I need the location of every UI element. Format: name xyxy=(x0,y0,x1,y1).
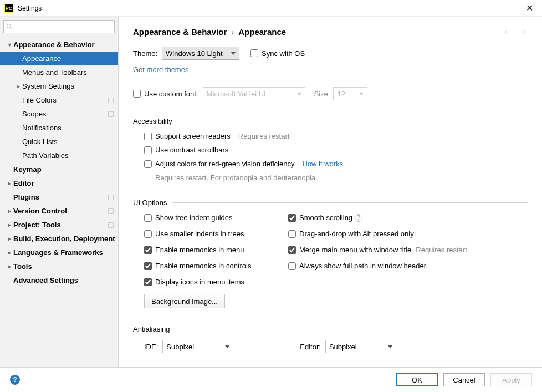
sidebar-item[interactable]: Appearance xyxy=(0,52,118,65)
svg-line-1 xyxy=(11,28,12,29)
breadcrumb: Appearance & Behavior › Appearance ← → xyxy=(133,27,528,37)
sidebar-item-label: Menus and Toolbars xyxy=(22,68,118,77)
sidebar: ▾Appearance & BehaviorAppearanceMenus an… xyxy=(0,17,119,367)
chevron-icon: ▾ xyxy=(6,42,13,48)
display-icons-checkbox[interactable]: Display icons in menu items xyxy=(144,278,244,286)
antialiasing-heading: Antialiasing xyxy=(133,325,170,333)
footer: ? OK Cancel Apply xyxy=(0,367,542,392)
sidebar-item[interactable]: Plugins xyxy=(0,190,118,204)
search-field[interactable] xyxy=(15,23,112,30)
chevron-icon: ▸ xyxy=(6,180,13,186)
mnemonics-menu-checkbox[interactable]: Enable mnemonics in menu xyxy=(144,246,244,254)
chevron-icon: ▸ xyxy=(6,236,13,242)
smooth-scroll-checkbox[interactable]: Smooth scrolling xyxy=(288,213,352,222)
sidebar-item-label: Languages & Frameworks xyxy=(13,248,118,257)
apply-button[interactable]: Apply xyxy=(490,373,532,386)
sidebar-item-label: Quick Lists xyxy=(22,138,118,146)
sidebar-item[interactable]: Scopes xyxy=(0,107,118,121)
merge-menu-checkbox[interactable]: Merge main menu with window title xyxy=(288,246,411,254)
sidebar-item[interactable]: ▸Tools xyxy=(0,259,118,273)
font-size-label: Size: xyxy=(314,90,330,98)
sidebar-item-label: Appearance & Behavior xyxy=(13,40,118,49)
project-badge-icon xyxy=(108,98,114,103)
sidebar-item-label: System Settings xyxy=(22,82,118,90)
sidebar-item-label: Appearance xyxy=(22,54,118,63)
titlebar: PC Settings ✕ xyxy=(0,0,542,17)
ok-button[interactable]: OK xyxy=(396,373,438,386)
search-icon xyxy=(6,23,13,30)
sidebar-item-label: Project: Tools xyxy=(13,221,108,229)
sidebar-item[interactable]: Quick Lists xyxy=(0,135,118,149)
sidebar-item[interactable]: ▸System Settings xyxy=(0,79,118,93)
breadcrumb-root: Appearance & Behavior xyxy=(133,27,227,37)
theme-select[interactable]: Windows 10 Light xyxy=(162,47,239,60)
screen-readers-checkbox[interactable]: Support screen readers xyxy=(144,132,231,140)
sidebar-item-label: Build, Execution, Deployment xyxy=(13,235,118,243)
help-icon[interactable]: ? xyxy=(355,214,362,222)
sidebar-item-label: Keymap xyxy=(13,165,118,174)
mnemonics-controls-checkbox[interactable]: Enable mnemonics in controls xyxy=(144,262,251,270)
sidebar-item[interactable]: ▸Editor xyxy=(0,176,118,190)
colorblind-checkbox[interactable]: Adjust colors for red-green vision defic… xyxy=(144,160,294,168)
sidebar-item[interactable]: Advanced Settings xyxy=(0,273,118,287)
chevron-icon: ▸ xyxy=(6,263,13,269)
help-button[interactable]: ? xyxy=(10,375,20,385)
sidebar-item-label: Plugins xyxy=(13,193,108,201)
get-more-themes-link[interactable]: Get more themes xyxy=(133,65,188,74)
sidebar-item[interactable]: ▾Appearance & Behavior xyxy=(0,38,118,52)
sidebar-item-label: Version Control xyxy=(13,207,108,215)
aa-editor-select[interactable]: Subpixel xyxy=(325,340,396,353)
smaller-indents-checkbox[interactable]: Use smaller indents in trees xyxy=(144,230,244,238)
sidebar-item-label: File Colors xyxy=(22,96,108,104)
sidebar-item[interactable]: Menus and Toolbars xyxy=(0,65,118,79)
sidebar-item[interactable]: Keymap xyxy=(0,162,118,176)
project-badge-icon xyxy=(108,195,114,200)
nav-back-icon[interactable]: ← xyxy=(503,27,512,37)
main-panel: Appearance & Behavior › Appearance ← → T… xyxy=(119,17,542,367)
window-title: Settings xyxy=(18,4,42,12)
chevron-icon: ▸ xyxy=(6,250,13,256)
breadcrumb-leaf: Appearance xyxy=(238,27,286,37)
tree-guides-checkbox[interactable]: Show tree indent guides xyxy=(144,213,232,222)
font-family-select: Microsoft YaHei UI xyxy=(203,87,305,100)
chevron-icon: ▸ xyxy=(6,208,13,214)
sidebar-item[interactable]: Path Variables xyxy=(0,149,118,162)
aa-editor-label: Editor: xyxy=(300,343,321,351)
accessibility-heading: Accessibility xyxy=(133,117,172,125)
sidebar-item[interactable]: ▸Version Control xyxy=(0,204,118,218)
background-image-button[interactable]: Background Image... xyxy=(144,294,225,308)
cancel-button[interactable]: Cancel xyxy=(443,373,485,386)
sidebar-item-label: Scopes xyxy=(22,110,108,118)
full-path-checkbox[interactable]: Always show full path in window header xyxy=(288,262,426,270)
project-badge-icon xyxy=(108,208,114,214)
project-badge-icon xyxy=(108,111,114,117)
sidebar-item-label: Notifications xyxy=(22,124,118,132)
aa-ide-label: IDE: xyxy=(144,343,158,351)
svg-point-0 xyxy=(7,24,11,28)
project-badge-icon xyxy=(108,222,114,228)
contrast-scrollbars-checkbox[interactable]: Use contrast scrollbars xyxy=(144,146,228,154)
sidebar-item-label: Path Variables xyxy=(22,151,118,160)
theme-label: Theme: xyxy=(133,49,157,58)
chevron-right-icon: › xyxy=(231,27,234,37)
dnd-alt-checkbox[interactable]: Drag-and-drop with Alt pressed only xyxy=(288,230,414,238)
sidebar-item-label: Advanced Settings xyxy=(13,276,118,284)
sync-os-checkbox[interactable]: Sync with OS xyxy=(250,49,305,58)
sidebar-item-label: Tools xyxy=(13,262,118,271)
nav-forward-icon[interactable]: → xyxy=(519,27,528,37)
sidebar-item[interactable]: ▸Project: Tools xyxy=(0,218,118,232)
use-custom-font-checkbox[interactable]: Use custom font: xyxy=(133,90,198,98)
sidebar-item[interactable]: ▸Build, Execution, Deployment xyxy=(0,232,118,246)
close-icon[interactable]: ✕ xyxy=(521,1,538,16)
search-input[interactable] xyxy=(3,20,115,33)
aa-ide-select[interactable]: Subpixel xyxy=(162,340,233,353)
sidebar-item[interactable]: ▸Languages & Frameworks xyxy=(0,246,118,259)
sidebar-item[interactable]: File Colors xyxy=(0,93,118,107)
how-it-works-link[interactable]: How it works xyxy=(302,160,343,168)
chevron-icon: ▸ xyxy=(14,83,22,89)
app-icon: PC xyxy=(4,4,13,13)
sidebar-item[interactable]: Notifications xyxy=(0,121,118,135)
sidebar-item-label: Editor xyxy=(13,179,118,187)
ui-options-heading: UI Options xyxy=(133,198,167,207)
font-size-select: 12 xyxy=(333,87,367,100)
